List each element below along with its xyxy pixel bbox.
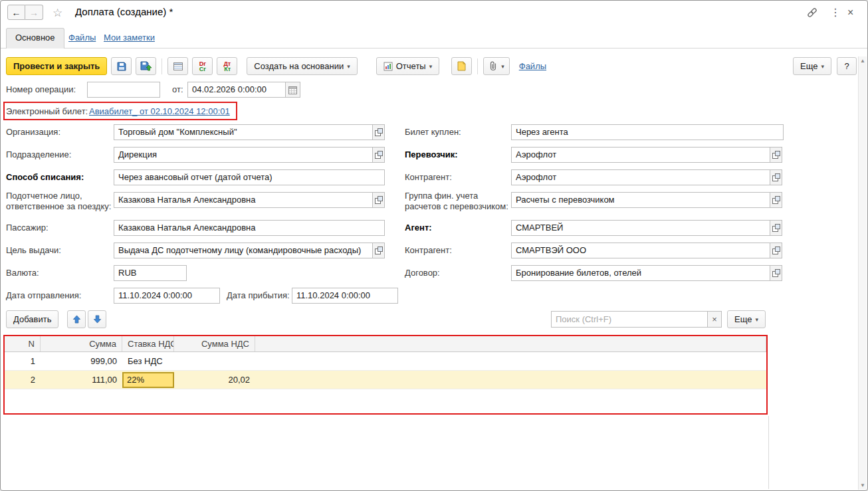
contract-open-button[interactable]	[770, 265, 782, 281]
cell-n[interactable]: 2	[5, 371, 41, 389]
cell-sum[interactable]: 111,00	[41, 371, 122, 389]
tab-main[interactable]: Основное	[6, 28, 64, 49]
forward-arrow-icon: →	[29, 7, 39, 18]
purpose-open-button[interactable]	[372, 243, 385, 258]
open-icon	[772, 224, 780, 232]
post-and-close-button[interactable]: Провести и закрыть	[6, 57, 107, 75]
table-header-row: N Сумма Ставка НДС Сумма НДС	[5, 336, 766, 352]
passenger-field[interactable]: Казакова Наталья Александровна	[114, 220, 385, 236]
ticket-bought-field[interactable]: Через агента	[511, 124, 784, 140]
organization-open-button[interactable]	[372, 124, 385, 140]
get-link-icon[interactable]	[806, 7, 818, 19]
cell-vat-rate-selected[interactable]: 22%	[122, 372, 174, 388]
files-toolbar-link[interactable]: Файлы	[519, 61, 546, 71]
save-button[interactable]	[111, 57, 132, 75]
cell-vat-rate[interactable]: Без НДС	[122, 352, 174, 370]
forward-button[interactable]: →	[25, 5, 43, 20]
currency-field[interactable]: RUB	[114, 265, 187, 281]
label-fin-group: Группа фин. учета расчетов с перевозчико…	[405, 191, 511, 212]
open-icon	[772, 246, 780, 254]
window-menu-dots-icon[interactable]: ⋮	[830, 7, 841, 19]
clear-search-button[interactable]: ×	[707, 311, 722, 328]
cell-empty[interactable]	[255, 371, 766, 389]
carrier-open-button[interactable]	[770, 147, 782, 163]
operation-date-field[interactable]: 04.02.2026 0:00:00	[187, 82, 286, 98]
add-row-button[interactable]: Добавить	[6, 310, 58, 328]
toolbar-separator	[477, 58, 478, 74]
agent-counterparty-field[interactable]: СМАРТВЭЙ ООО	[511, 243, 770, 258]
agent-open-button[interactable]	[770, 220, 782, 236]
operation-number-field[interactable]	[87, 82, 160, 98]
drcr-movements-button[interactable]: DrCr	[192, 57, 213, 75]
cell-vat-sum[interactable]: 20,02	[174, 371, 255, 389]
calendar-button[interactable]	[285, 82, 300, 98]
more-button[interactable]: Еще ▾	[793, 57, 831, 75]
document-note-button[interactable]	[451, 57, 472, 75]
dtkt-movements-button[interactable]: ДтКт	[217, 57, 237, 75]
dtkt-icon: ДтКт	[223, 61, 231, 72]
table-row-selected[interactable]: 2 111,00 22% 20,02	[5, 371, 766, 389]
tab-files-link[interactable]: Файлы	[68, 33, 96, 43]
accountable-person-open-button[interactable]	[372, 192, 385, 208]
label-accountable-person: Подотчетное лицо, ответственное за поезд…	[6, 191, 112, 212]
vertical-scrollbar[interactable]: ▲ ▼	[858, 56, 867, 490]
label-ticket-bought: Билет куплен:	[405, 127, 461, 138]
register-records-button[interactable]	[167, 57, 188, 75]
close-icon[interactable]: ×	[847, 7, 853, 19]
arrival-date-field[interactable]: 11.10.2024 0:00:00	[292, 288, 398, 304]
col-header-sum[interactable]: Сумма	[41, 336, 122, 351]
cell-n[interactable]: 1	[5, 352, 41, 370]
create-based-on-button[interactable]: Создать на основании ▾	[247, 57, 357, 75]
toolbar-separator	[162, 58, 162, 74]
carrier-counterparty-field[interactable]: Аэрофлот	[511, 169, 770, 185]
agent-field[interactable]: СМАРТВЕЙ	[511, 220, 770, 236]
open-icon	[772, 151, 780, 159]
reports-button[interactable]: Отчеты ▾	[376, 57, 439, 75]
label-eticket: Электронный билет:	[6, 106, 88, 117]
organization-field[interactable]: Торговый дом "Комплексный"	[114, 124, 373, 140]
cell-sum[interactable]: 999,00	[41, 352, 122, 370]
eticket-link[interactable]: Авиабилет_ от 02.10.2024 12:00:01	[89, 106, 230, 116]
col-header-n[interactable]: N	[5, 336, 41, 351]
cell-empty[interactable]	[255, 352, 766, 370]
fin-group-open-button[interactable]	[770, 192, 782, 208]
report-chart-icon	[383, 62, 393, 71]
help-button[interactable]: ?	[837, 57, 857, 75]
grid-more-label: Еще	[734, 314, 752, 324]
writeoff-method-field[interactable]: Через авансовый отчет (датой отчета)	[114, 169, 385, 185]
caret-down-icon: ▾	[821, 63, 824, 70]
accountable-person-field[interactable]: Казакова Наталья Александровна	[114, 192, 373, 208]
favorite-star-icon[interactable]: ☆	[53, 6, 62, 20]
agent-counterparty-open-button[interactable]	[770, 243, 782, 258]
back-button[interactable]: ←	[7, 5, 25, 20]
search-input[interactable]	[551, 311, 708, 328]
drcr-icon: DrCr	[199, 61, 206, 72]
contract-field[interactable]: Бронирование билетов, отелей	[511, 265, 770, 281]
col-header-vat-rate[interactable]: Ставка НДС	[122, 336, 174, 351]
main-toolbar: Провести и закрыть	[6, 57, 546, 75]
department-field[interactable]: Дирекция	[114, 147, 373, 163]
arrow-down-icon	[93, 315, 102, 324]
tabs-bar: Основное Файлы Мои заметки	[1, 25, 867, 49]
col-header-vat-sum[interactable]: Сумма НДС	[174, 336, 255, 351]
cell-vat-sum[interactable]	[174, 352, 255, 370]
departure-date-field[interactable]: 11.10.2024 0:00:00	[114, 288, 220, 304]
scroll-down-icon[interactable]: ▼	[860, 482, 865, 488]
carrier-counterparty-open-button[interactable]	[770, 169, 782, 185]
tab-notes-link[interactable]: Мои заметки	[104, 33, 155, 43]
table-row[interactable]: 1 999,00 Без НДС	[5, 352, 766, 371]
move-row-down-button[interactable]	[88, 310, 106, 328]
scroll-up-icon[interactable]: ▲	[860, 58, 865, 64]
purpose-field[interactable]: Выдача ДС подотчетному лицу (командирово…	[114, 243, 373, 258]
fin-group-field[interactable]: Расчеты с перевозчиком	[511, 192, 770, 208]
vat-table: N Сумма Ставка НДС Сумма НДС 1 999,00 Бе…	[5, 336, 766, 413]
carrier-field[interactable]: Аэрофлот	[511, 147, 770, 163]
post-document-button[interactable]	[136, 57, 156, 75]
label-agent: Агент:	[405, 223, 432, 233]
label-organization: Организация:	[6, 127, 60, 138]
attachments-button[interactable]: ▾	[483, 57, 510, 75]
department-open-button[interactable]	[372, 147, 385, 163]
table-right-edge-line	[768, 416, 769, 489]
move-row-up-button[interactable]	[67, 310, 86, 328]
grid-more-button[interactable]: Еще ▾	[727, 310, 766, 328]
